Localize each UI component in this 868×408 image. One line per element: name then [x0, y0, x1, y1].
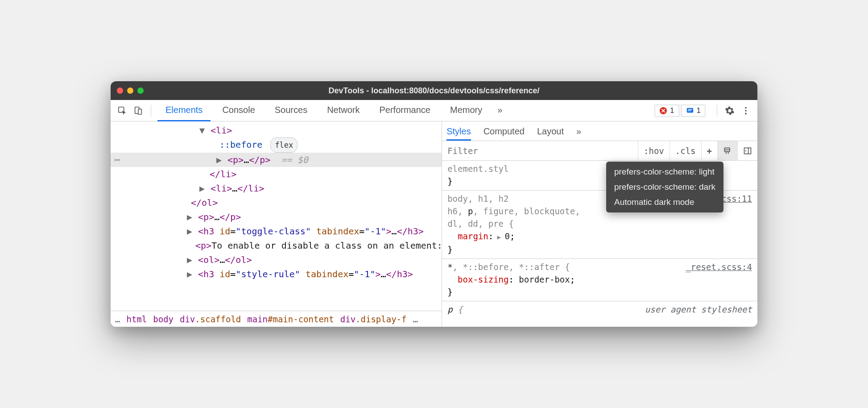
- expand-arrow-icon[interactable]: ▶: [216, 153, 222, 167]
- dom-line[interactable]: ▼ <li>: [111, 123, 442, 137]
- device-toolbar-icon[interactable]: [132, 104, 145, 117]
- popup-item[interactable]: prefers-color-scheme: light: [606, 164, 723, 179]
- svg-point-5: [745, 107, 747, 108]
- computed-sidebar-icon[interactable]: [737, 141, 757, 160]
- tab-elements[interactable]: Elements: [157, 100, 211, 121]
- traffic-lights: [117, 87, 144, 94]
- cls-toggle[interactable]: .cls: [670, 141, 701, 160]
- new-rule-button[interactable]: +: [701, 141, 717, 160]
- issue-count: 1: [697, 106, 701, 115]
- titlebar: DevTools - localhost:8080/docs/devtools/…: [111, 81, 757, 100]
- breadcrumb-item[interactable]: div.scaffold: [180, 314, 241, 324]
- dom-selected-line[interactable]: ▶ <p>…</p> == $0: [111, 153, 442, 167]
- selected-indicator: == $0: [281, 154, 308, 165]
- issue-badge[interactable]: 1: [682, 105, 705, 117]
- styles-subtabs: Styles Computed Layout »: [442, 121, 757, 141]
- dom-line[interactable]: <p>To enable or disable a class on an el…: [111, 238, 442, 253]
- breadcrumb-item[interactable]: main#main-content: [247, 314, 334, 324]
- popup-item[interactable]: prefers-color-scheme: dark: [606, 179, 723, 195]
- svg-marker-10: [745, 150, 746, 151]
- flex-badge[interactable]: flex: [270, 137, 298, 153]
- dom-line[interactable]: ::before flex: [111, 137, 442, 153]
- svg-rect-4: [686, 108, 693, 112]
- error-badge[interactable]: 1: [655, 105, 678, 117]
- expand-arrow-icon[interactable]: ▶: [186, 224, 193, 238]
- window-title: DevTools - localhost:8080/docs/devtools/…: [111, 86, 757, 96]
- dom-line[interactable]: ▶ <p>…</p>: [111, 210, 442, 224]
- rule-source-ua: user agent stylesheet: [645, 303, 752, 316]
- devtools-window: DevTools - localhost:8080/docs/devtools/…: [111, 81, 757, 327]
- status-badges: 1 1: [654, 104, 706, 117]
- rule-source-link[interactable]: _reset.scss:4: [686, 261, 752, 273]
- dom-line[interactable]: ▶ <ol>…</ol>: [111, 253, 442, 267]
- breadcrumb[interactable]: … html body div.scaffold main#main-conte…: [111, 311, 442, 327]
- styles-panel: Styles Computed Layout » :hov .cls + e: [442, 121, 757, 327]
- tab-memory[interactable]: Memory: [442, 100, 490, 121]
- breadcrumb-more-right[interactable]: …: [413, 314, 417, 324]
- tab-console[interactable]: Console: [214, 100, 263, 121]
- dom-tree[interactable]: ▼ <li> ::before flex ▶ <p>…</p> == $0 </…: [111, 121, 442, 311]
- rendering-emulation-icon[interactable]: [717, 141, 737, 160]
- tab-network[interactable]: Network: [319, 100, 368, 121]
- main-toolbar: Elements Console Sources Network Perform…: [111, 100, 757, 121]
- tabs-overflow[interactable]: »: [494, 100, 506, 121]
- breadcrumb-item: body: [153, 314, 174, 324]
- zoom-window-button[interactable]: [137, 87, 144, 94]
- panels: ▼ <li> ::before flex ▶ <p>…</p> == $0 </…: [111, 121, 757, 327]
- rendering-emulation-popup[interactable]: prefers-color-scheme: light prefers-colo…: [606, 162, 723, 212]
- expand-arrow-icon[interactable]: ▶: [186, 267, 193, 281]
- dom-line[interactable]: ▶ <h3 id="toggle-class" tabindex="-1">…<…: [111, 224, 442, 238]
- expand-arrow-icon[interactable]: ▶: [186, 253, 193, 267]
- dom-line[interactable]: ▶ <h3 id="style-rule" tabindex="-1">…</h…: [111, 267, 442, 281]
- breadcrumb-item: html: [126, 314, 147, 324]
- close-window-button[interactable]: [117, 87, 123, 94]
- divider: [151, 105, 151, 117]
- hov-toggle[interactable]: :hov: [638, 141, 670, 160]
- expand-arrow-icon[interactable]: ▶: [186, 210, 193, 224]
- svg-point-6: [745, 110, 747, 112]
- popup-item[interactable]: Automatic dark mode: [606, 195, 723, 210]
- subtabs-overflow[interactable]: »: [576, 126, 581, 141]
- expand-arrow-icon[interactable]: ▶: [199, 181, 205, 196]
- breadcrumb-item[interactable]: div.display-f: [340, 314, 407, 324]
- error-count: 1: [670, 106, 674, 115]
- subtab-computed[interactable]: Computed: [484, 126, 525, 141]
- dom-line[interactable]: </ol>: [111, 196, 442, 210]
- svg-rect-2: [138, 109, 141, 114]
- css-rule[interactable]: user agent stylesheet p {: [442, 301, 757, 318]
- styles-filterbar: :hov .cls +: [442, 141, 757, 161]
- css-rule[interactable]: _reset.scss:4 *, *::before, *::after { b…: [442, 259, 757, 301]
- tab-sources[interactable]: Sources: [267, 100, 315, 121]
- subtab-styles[interactable]: Styles: [446, 126, 471, 141]
- dom-line[interactable]: </li>: [111, 167, 442, 181]
- divider: [717, 105, 717, 117]
- inspect-element-icon[interactable]: [116, 104, 128, 117]
- dom-line[interactable]: ▶ <li>…</li>: [111, 181, 442, 196]
- filter-input[interactable]: [442, 141, 638, 160]
- collapse-arrow-icon[interactable]: ▼: [199, 123, 205, 137]
- minimize-window-button[interactable]: [127, 87, 133, 94]
- subtab-layout[interactable]: Layout: [537, 126, 564, 141]
- more-icon[interactable]: [740, 104, 752, 117]
- breadcrumb-more-left[interactable]: …: [115, 314, 120, 324]
- svg-point-7: [745, 112, 747, 114]
- tab-performance[interactable]: Performance: [372, 100, 439, 121]
- elements-panel: ▼ <li> ::before flex ▶ <p>…</p> == $0 </…: [111, 121, 442, 327]
- settings-icon[interactable]: [723, 104, 736, 117]
